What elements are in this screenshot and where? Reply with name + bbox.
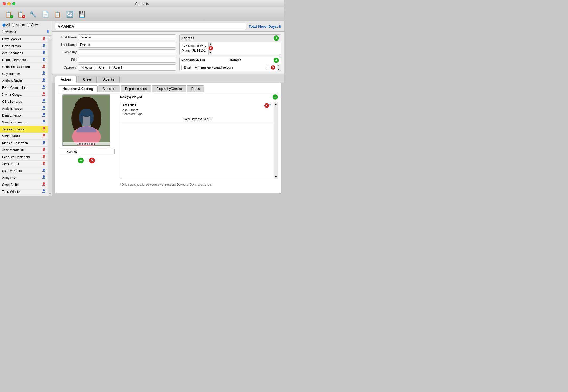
sidebar-item-15[interactable]: Monica Hellerman (0, 140, 48, 147)
sidebar-item-icon-1 (42, 43, 46, 49)
total-days-label: *Total Days Worked: (183, 117, 209, 121)
category-label: Category (55, 66, 77, 69)
filter-actors[interactable]: Actors (12, 23, 25, 27)
sidebar-item-7[interactable]: Evan Clementine (0, 84, 48, 91)
remove-address-button[interactable]: ✕ (209, 46, 213, 50)
svg-point-4 (43, 65, 45, 67)
default-checkbox[interactable] (266, 66, 269, 69)
delete-red-button[interactable]: 📋✕ (15, 9, 26, 20)
sidebar-scroll-down[interactable]: ▼ (48, 192, 52, 196)
inner-tab-representation[interactable]: Representation (121, 85, 151, 92)
list-button[interactable]: 📋 (52, 9, 63, 20)
sidebar-item-20[interactable]: Andy Ritz (0, 174, 48, 181)
last-name-input[interactable] (78, 42, 176, 48)
sidebar-item-9[interactable]: Clint Edwards (0, 98, 48, 105)
sidebar-item-icon-9 (42, 99, 46, 104)
address-scroll-down[interactable]: ▼ (209, 51, 212, 55)
sidebar-item-21[interactable]: Sean Smith (0, 181, 48, 188)
sidebar-item-10[interactable]: Andy Emerson (0, 105, 48, 112)
sidebar-item-icon-16 (42, 147, 46, 153)
title-input[interactable] (78, 57, 176, 63)
sidebar-scroll-up[interactable]: ▲ (48, 36, 52, 39)
sidebar-item-3[interactable]: Charles Benezra (0, 57, 48, 63)
roles-title: Role(s) Played (120, 95, 142, 99)
sidebar-item-22[interactable]: Todd Winston (0, 188, 48, 195)
agent-checkbox[interactable] (109, 66, 113, 69)
first-name-row: First Name (55, 34, 176, 40)
sidebar-item-11[interactable]: Dina Emerson (0, 112, 48, 119)
first-name-input[interactable] (78, 34, 176, 40)
phones-scroll-down[interactable]: ▼ (277, 67, 281, 71)
add-address-button[interactable]: + (274, 35, 279, 41)
form-left: First Name Last Name Company Title Categ… (55, 34, 176, 71)
inner-tab-rates[interactable]: Rates (187, 85, 204, 92)
remove-role-button[interactable]: ✕ (264, 103, 269, 108)
sidebar-item-6[interactable]: Andrew Boyles (0, 77, 48, 84)
sidebar-item-2[interactable]: Ace Bandages (0, 50, 48, 57)
tools-button[interactable]: 🔧 (27, 9, 38, 20)
sidebar-item-19[interactable]: Skippy Peters (0, 167, 48, 174)
tab-agents[interactable]: Agents (98, 76, 120, 83)
sort-icon[interactable]: ⬇ (46, 29, 50, 34)
save-button[interactable]: 💾 (76, 9, 87, 20)
sidebar-item-4[interactable]: Christine Blackburn (0, 63, 48, 70)
svg-point-18 (43, 162, 45, 164)
print-button[interactable]: 📄 (39, 9, 51, 20)
sidebar-item-1[interactable]: David Allman (0, 43, 48, 50)
total-days-value: 8 (210, 117, 211, 121)
company-input[interactable] (78, 49, 176, 55)
filter-crew[interactable]: Crew (27, 23, 38, 27)
filter-all[interactable]: All (2, 23, 10, 27)
sidebar-item-17[interactable]: Federico Pastanoni (0, 154, 48, 161)
crew-checkbox-item[interactable]: Crew (95, 66, 107, 69)
category-row: Category ☒ Actor Crew Agent (55, 64, 176, 71)
phones-label: Phones/E-Mails (181, 58, 205, 62)
add-headshot-button[interactable]: + (78, 158, 84, 163)
tab-actors[interactable]: Actors (55, 76, 77, 83)
add-phone-button[interactable]: + (274, 58, 279, 63)
filter-agents[interactable]: Agents (2, 30, 16, 33)
close-button[interactable] (3, 2, 6, 5)
address-header: Address + (180, 35, 281, 42)
new-green-button[interactable]: 📋+ (3, 9, 14, 20)
roles-scroll-down[interactable]: ▼ (274, 175, 278, 179)
actor-checkbox-item[interactable]: ☒ Actor (81, 65, 92, 70)
sidebar-item-14[interactable]: Slick Grease (0, 133, 48, 140)
minimize-button[interactable] (7, 2, 11, 5)
portrait-label-input[interactable] (58, 149, 115, 154)
crew-checkbox[interactable] (95, 66, 98, 69)
sidebar-item-12[interactable]: Sandra Emerson (0, 119, 48, 126)
outer-tab-area: Actors Crew Agents (52, 74, 284, 83)
sidebar-item-5[interactable]: Guy Boomer (0, 70, 48, 77)
sidebar-list: Extra Man #1David AllmanAce BandagesChar… (0, 36, 48, 196)
sync-button[interactable]: 🔄 (64, 9, 75, 20)
sidebar-item-icon-4 (42, 64, 46, 69)
roles-scroll-up[interactable]: ▲ (274, 102, 278, 106)
inner-tab-statistics[interactable]: Statistics (98, 85, 120, 92)
phones-scroll-up[interactable]: ▲ (277, 64, 281, 67)
remove-headshot-button[interactable]: ✕ (89, 158, 95, 163)
sidebar-item-8[interactable]: Xaviar Cougar (0, 91, 48, 98)
inner-tab-headshot[interactable]: Headshot & Casting (58, 85, 98, 92)
sidebar-item-name-10: Andy Emerson (2, 107, 41, 110)
form-area: First Name Last Name Company Title Categ… (52, 32, 284, 74)
sidebar-item-13[interactable]: Jennifer France (0, 126, 48, 133)
inner-tab-biography[interactable]: Biography/Credits (152, 85, 186, 92)
maximize-button[interactable] (12, 2, 15, 5)
svg-point-17 (43, 155, 45, 157)
address-scroll-up[interactable]: ▲ (209, 42, 212, 46)
phones-section: Phones/E-Mails Default + Email Phone Mob… (179, 57, 281, 71)
agent-checkbox-item[interactable]: Agent (109, 66, 122, 69)
sidebar-item-icon-18 (42, 161, 46, 166)
contact-name-input[interactable] (55, 23, 246, 30)
phone-type-select[interactable]: Email Phone Mobile (181, 65, 198, 70)
roles-header: Role(s) Played + (120, 94, 278, 100)
sidebar-item-icon-13 (42, 127, 46, 132)
remove-phone-button[interactable]: ✕ (271, 65, 275, 70)
add-role-button[interactable]: + (273, 94, 278, 100)
sidebar-item-16[interactable]: Jose Manuel III (0, 147, 48, 154)
tab-crew[interactable]: Crew (78, 76, 97, 83)
sidebar-scrollbar: ▲ ▼ (48, 36, 52, 196)
sidebar-item-18[interactable]: Zero Peroni (0, 161, 48, 167)
sidebar-item-0[interactable]: Extra Man #1 (0, 36, 48, 43)
